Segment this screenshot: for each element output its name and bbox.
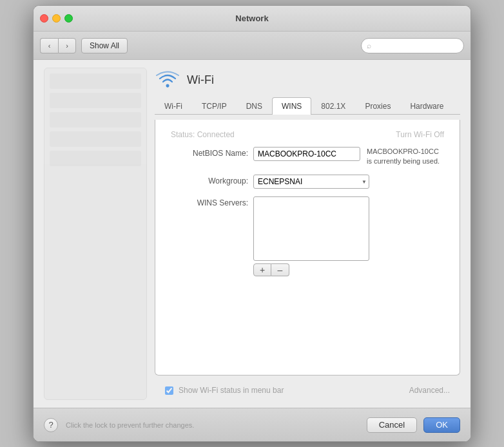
- sidebar-item: [50, 73, 141, 89]
- workgroup-select[interactable]: ECNEPSNAI: [253, 175, 369, 189]
- sidebar-item: [50, 112, 141, 128]
- title-bar: Network: [34, 6, 470, 32]
- tab-dns[interactable]: DNS: [237, 97, 272, 115]
- help-button[interactable]: ?: [44, 418, 58, 432]
- netbios-control-area: MACBOOKPRO-10CC is currently being used.: [253, 147, 444, 167]
- status-label: Status: Connected: [171, 130, 235, 139]
- back-button[interactable]: ‹: [40, 38, 58, 53]
- footer: ? Click the lock to prevent further chan…: [34, 408, 470, 441]
- show-wifi-row: Show Wi-Fi status in menu bar Advanced..…: [165, 386, 450, 395]
- wifi-icon: [155, 70, 180, 90]
- maximize-button[interactable]: [64, 14, 73, 23]
- nav-buttons: ‹ ›: [40, 38, 76, 53]
- bottom-section: Show Wi-Fi status in menu bar Advanced..…: [155, 381, 460, 400]
- wins-servers-row: WINS Servers:: [171, 196, 444, 261]
- search-icon: ⌕: [367, 41, 371, 50]
- svg-point-0: [166, 84, 170, 88]
- wins-panel: Status: Connected Turn Wi-Fi Off NetBIOS…: [155, 120, 460, 376]
- remove-server-button[interactable]: –: [271, 263, 289, 276]
- search-box: ⌕: [361, 38, 464, 53]
- tab-hardware[interactable]: Hardware: [400, 97, 453, 115]
- main-panel: Wi-Fi Wi-Fi TCP/IP DNS WINS 802.1X Proxi…: [155, 68, 460, 400]
- tab-8021x[interactable]: 802.1X: [311, 97, 355, 115]
- footer-buttons: Cancel OK: [367, 417, 460, 433]
- sidebar-item: [50, 151, 141, 166]
- wifi-label: Wi-Fi: [187, 73, 214, 87]
- netbios-input[interactable]: [253, 147, 360, 161]
- wins-servers-control-area: [253, 196, 444, 261]
- show-wifi-checkbox[interactable]: [165, 386, 173, 395]
- minimize-button[interactable]: [52, 14, 61, 23]
- show-all-button[interactable]: Show All: [81, 38, 128, 53]
- sidebar-item: [50, 131, 141, 147]
- toolbar: ‹ › Show All ⌕: [34, 32, 470, 60]
- tab-wins[interactable]: WINS: [272, 97, 311, 115]
- ok-button[interactable]: OK: [423, 417, 460, 433]
- add-server-button[interactable]: +: [253, 263, 271, 276]
- netbios-row: NetBIOS Name: MACBOOKPRO-10CC is current…: [171, 147, 444, 167]
- sidebar: [44, 68, 147, 400]
- status-row: Status: Connected Turn Wi-Fi Off: [171, 130, 444, 139]
- tab-wifi[interactable]: Wi-Fi: [155, 97, 192, 115]
- traffic-lights: [40, 14, 73, 23]
- workgroup-control-area: ECNEPSNAI: [253, 175, 444, 189]
- window-title: Network: [235, 14, 268, 23]
- sidebar-item: [50, 93, 141, 108]
- workgroup-wrapper: ECNEPSNAI: [253, 175, 369, 189]
- search-input[interactable]: [374, 41, 458, 50]
- wins-servers-label: WINS Servers:: [171, 196, 248, 207]
- wins-servers-textarea[interactable]: [253, 196, 369, 261]
- cancel-button[interactable]: Cancel: [367, 417, 417, 433]
- content-area: Wi-Fi Wi-Fi TCP/IP DNS WINS 802.1X Proxi…: [34, 60, 470, 408]
- tabs-container: Wi-Fi TCP/IP DNS WINS 802.1X Proxies Har…: [155, 97, 460, 115]
- wifi-header: Wi-Fi: [155, 68, 460, 92]
- tab-tcpip[interactable]: TCP/IP: [192, 97, 237, 115]
- netbios-label: NetBIOS Name:: [171, 147, 248, 158]
- netbios-info: MACBOOKPRO-10CC is currently being used.: [367, 147, 444, 167]
- tab-proxies[interactable]: Proxies: [355, 97, 400, 115]
- close-button[interactable]: [40, 14, 48, 23]
- network-window: Network ‹ › Show All ⌕: [33, 5, 471, 442]
- workgroup-label: Workgroup:: [171, 175, 248, 185]
- turn-wifi-label: Turn Wi-Fi Off: [396, 130, 444, 139]
- lock-label: Click the lock to prevent further change…: [66, 421, 194, 429]
- wins-form: NetBIOS Name: MACBOOKPRO-10CC is current…: [171, 147, 444, 261]
- workgroup-row: Workgroup: ECNEPSNAI: [171, 175, 444, 189]
- show-wifi-label: Show Wi-Fi status in menu bar: [179, 386, 284, 395]
- add-remove-buttons: + –: [253, 263, 444, 276]
- forward-button[interactable]: ›: [58, 38, 76, 53]
- advanced-button[interactable]: Advanced...: [409, 386, 450, 395]
